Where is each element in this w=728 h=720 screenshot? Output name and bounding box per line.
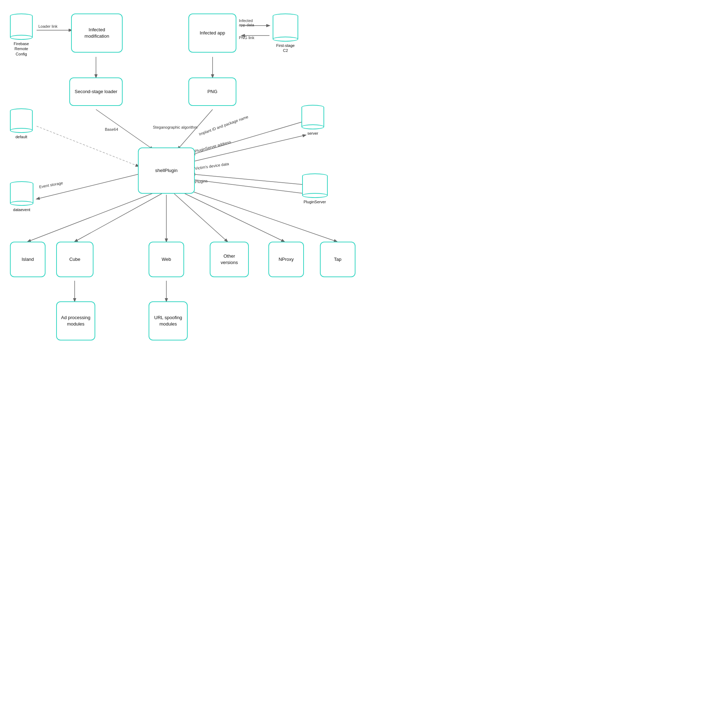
ad-processing-label: Ad processingmodules: [61, 315, 90, 327]
infected-mod-node: Infectedmodification: [71, 14, 122, 53]
default-node: default: [7, 109, 35, 139]
second-stage-loader-label: Second-stage loader: [75, 89, 117, 95]
dataevent-label: dataevent: [13, 207, 30, 212]
other-versions-label: Otherversions: [221, 253, 238, 266]
victims-device-data-label: Victim's device data: [194, 162, 229, 171]
infected-app-node: Infected app: [188, 14, 236, 53]
ad-processing-node: Ad processingmodules: [56, 301, 95, 341]
shellplugin-node: shellPlugin: [138, 147, 195, 194]
pluginserver-node: PluginServer: [298, 173, 332, 204]
svg-line-7: [37, 126, 139, 166]
url-spoofing-label: URL spoofingmodules: [154, 315, 182, 327]
steganographic-label: Steganographic algorithm: [153, 125, 197, 129]
implant-id-label: Implant ID and package name: [198, 115, 249, 136]
png-label: PNG: [207, 89, 217, 95]
nproxy-label: NProxy: [279, 256, 294, 263]
other-versions-node: Otherversions: [210, 242, 249, 277]
url-spoofing-node: URL spoofingmodules: [148, 301, 188, 341]
svg-line-17: [181, 192, 284, 242]
tap-node: Tap: [320, 242, 355, 277]
second-stage-loader-node: Second-stage loader: [69, 78, 122, 106]
tap-label: Tap: [334, 256, 342, 263]
web-node: Web: [148, 242, 184, 277]
first-stage-c2-label: First-stageC2: [276, 43, 295, 53]
infected-app-label: Infected app: [200, 30, 225, 36]
architecture-diagram: FirebaseRemoteConfig Infectedmodificatio…: [0, 0, 364, 360]
svg-line-11: [192, 179, 306, 194]
png-link-label: PNG link: [239, 35, 254, 40]
infected-app-data-label: Infectedapp data: [239, 18, 254, 27]
default-label: default: [15, 135, 27, 139]
plugins-label: Plugins: [194, 179, 208, 184]
firebase-node: FirebaseRemoteConfig: [7, 14, 35, 57]
event-storage-label: Event storage: [39, 180, 63, 189]
svg-line-14: [75, 194, 162, 242]
web-label: Web: [162, 256, 171, 263]
island-label: Island: [22, 256, 34, 263]
png-node: PNG: [188, 78, 236, 106]
server-label: server: [307, 131, 318, 136]
server-node: server: [298, 105, 327, 136]
loader-link-label: Loader link: [38, 24, 58, 28]
pluginserver-label: PluginServer: [304, 199, 326, 204]
nproxy-node: NProxy: [268, 242, 304, 277]
base64-label: Base64: [105, 127, 118, 131]
infected-mod-label: Infectedmodification: [85, 27, 109, 40]
island-node: Island: [10, 242, 46, 277]
svg-line-10: [192, 174, 306, 185]
svg-line-5: [96, 110, 153, 149]
first-stage-c2-node: First-stageC2: [269, 14, 301, 53]
svg-line-16: [174, 194, 228, 242]
firebase-label: FirebaseRemoteConfig: [14, 41, 29, 57]
dataevent-node: dataevent: [7, 181, 36, 212]
cube-label: Cube: [69, 256, 80, 263]
svg-line-13: [28, 192, 156, 242]
cube-node: Cube: [56, 242, 93, 277]
shellplugin-label: shellPlugin: [155, 167, 178, 174]
pluginserver-address-label: PluginServer address: [194, 140, 231, 153]
